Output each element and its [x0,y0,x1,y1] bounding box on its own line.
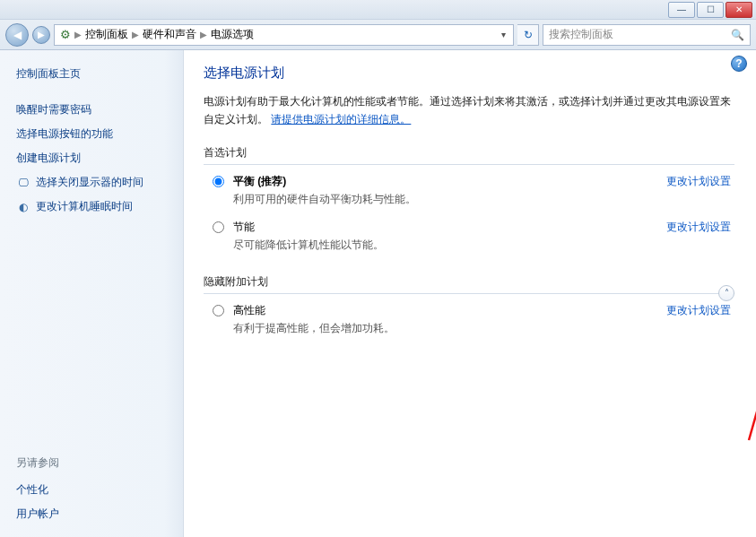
plan-desc: 尽可能降低计算机性能以节能。 [233,238,657,253]
breadcrumb-sep-icon: ▶ [200,30,207,39]
search-icon: 🔍 [731,29,744,41]
search-placeholder: 搜索控制面板 [549,27,613,42]
plan-desc: 有利于提高性能，但会增加功耗。 [233,321,657,336]
close-button[interactable]: ✕ [726,2,752,18]
sidebar: 控制面板主页 唤醒时需要密码 选择电源按钮的功能 创建电源计划 🖵 选择关闭显示… [0,50,184,537]
sidebar-item-label: 选择电源按钮的功能 [16,126,113,142]
plan-high-performance: 高性能 有利于提高性能，但会增加功耗。 更改计划设置 [213,303,734,336]
maximize-button[interactable]: ☐ [697,2,724,18]
see-also-user-accounts[interactable]: 用户帐户 [16,502,170,526]
search-box[interactable]: 搜索控制面板 🔍 [543,24,751,46]
plan-power-saver: 节能 尽可能降低计算机性能以节能。 更改计划设置 [213,220,734,253]
plan-name: 平衡 (推荐) [233,174,657,189]
sidebar-link-power-button[interactable]: 选择电源按钮的功能 [16,122,170,146]
plan-name: 高性能 [233,303,657,318]
breadcrumb-leaf[interactable]: 电源选项 [209,27,256,42]
control-panel-icon: ⚙ [58,28,73,42]
sidebar-link-create-plan[interactable]: 创建电源计划 [16,146,170,170]
titlebar: — ☐ ✕ [0,0,756,20]
svg-line-0 [749,182,756,440]
breadcrumb-sep-icon: ▶ [132,30,139,39]
lead-text: 电源计划有助于最大化计算机的性能或者节能。通过选择计划来将其激活，或选择计划并通… [204,92,734,129]
hidden-plans-title: 隐藏附加计划 [204,274,734,290]
minimize-button[interactable]: — [668,2,695,18]
breadcrumb-mid[interactable]: 硬件和声音 [141,27,198,42]
sidebar-item-label: 更改计算机睡眠时间 [36,199,133,214]
plan-name: 节能 [233,220,657,235]
change-plan-settings-link[interactable]: 更改计划设置 [666,220,731,235]
refresh-button[interactable]: ↻ [517,24,539,46]
main-panel: ? 选择电源计划 电源计划有助于最大化计算机的性能或者节能。通过选择计划来将其激… [184,50,756,537]
navbar: ◀ ▶ ⚙ ▶ 控制面板 ▶ 硬件和声音 ▶ 电源选项 ▾ ↻ 搜索控制面板 🔍 [0,20,756,50]
sidebar-link-wake-password[interactable]: 唤醒时需要密码 [16,98,170,122]
breadcrumb-root[interactable]: 控制面板 [83,27,130,42]
breadcrumb-sep-icon: ▶ [74,30,82,39]
sidebar-home-link[interactable]: 控制面板主页 [16,66,170,82]
plan-desc: 利用可用的硬件自动平衡功耗与性能。 [233,192,657,207]
nav-forward-button[interactable]: ▶ [32,26,50,44]
collapse-button[interactable]: ˄ [718,285,734,301]
plan-high-performance-radio[interactable] [213,305,224,316]
plan-name-text: 节能 [233,221,255,233]
sidebar-link-sleep-time[interactable]: ◐ 更改计算机睡眠时间 [16,195,170,219]
nav-back-button[interactable]: ◀ [5,23,29,47]
plan-name-text: 平衡 [233,175,255,187]
plan-power-saver-radio[interactable] [213,221,224,233]
plan-balanced-radio[interactable] [213,176,224,187]
sidebar-item-label: 创建电源计划 [16,151,81,166]
sidebar-item-label: 个性化 [16,482,48,498]
preferred-plans-title: 首选计划 [204,145,734,160]
see-also-personalize[interactable]: 个性化 [16,478,170,502]
plan-name-text: 高性能 [233,304,265,316]
see-also-title: 另请参阅 [16,455,170,471]
sidebar-item-label: 唤醒时需要密码 [16,102,91,117]
monitor-icon: 🖵 [16,176,30,190]
lead-link[interactable]: 请提供电源计划的详细信息。 [271,113,411,126]
sleep-icon: ◐ [16,200,30,214]
plan-balanced: 平衡 (推荐) 利用可用的硬件自动平衡功耗与性能。 更改计划设置 [213,174,734,207]
page-title: 选择电源计划 [204,65,734,82]
change-plan-settings-link[interactable]: 更改计划设置 [666,303,731,318]
address-dropdown-icon[interactable]: ▾ [498,30,509,39]
help-icon[interactable]: ? [731,56,747,72]
address-bar[interactable]: ⚙ ▶ 控制面板 ▶ 硬件和声音 ▶ 电源选项 ▾ [54,24,514,46]
change-plan-settings-link[interactable]: 更改计划设置 [666,174,731,189]
content: 控制面板主页 唤醒时需要密码 选择电源按钮的功能 创建电源计划 🖵 选择关闭显示… [0,50,756,537]
sidebar-link-turn-off-display[interactable]: 🖵 选择关闭显示器的时间 [16,170,170,195]
sidebar-item-label: 用户帐户 [16,507,59,522]
plan-rec-text: (推荐) [255,175,286,187]
sidebar-item-label: 选择关闭显示器的时间 [36,175,143,190]
